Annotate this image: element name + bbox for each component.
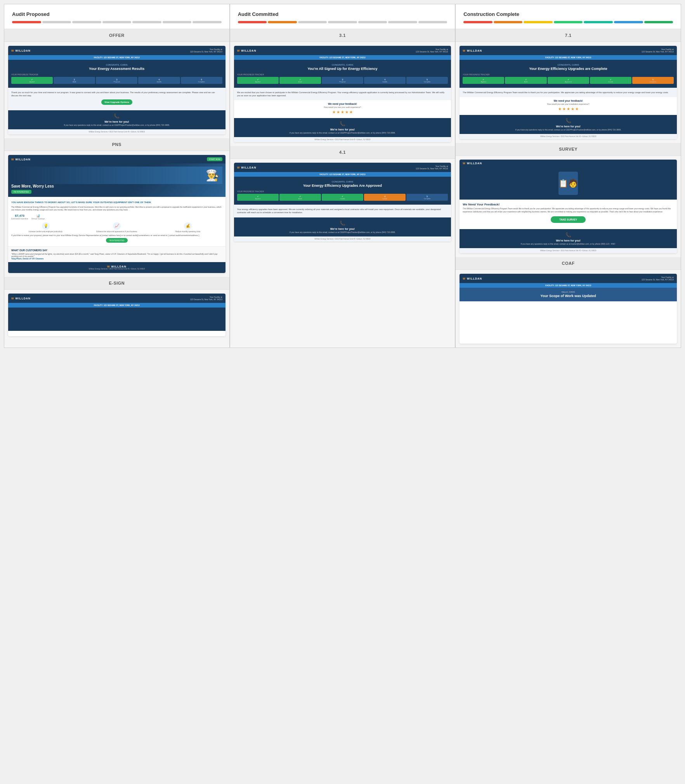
facility-badge-coaf: FACILITY: 123 SESAME ST, NEW YORK, NY 34… <box>460 283 677 288</box>
email-card-pns: W WILLDAN START NOW 👨‍🍳 Save More, Worry… <box>8 155 225 273</box>
email-card-31-inner: W WILLDAN Your Facility at123 Sesame St,… <box>234 46 451 142</box>
star-31-4[interactable]: ★ <box>345 110 349 114</box>
prog-step-41-3-label: Installs <box>322 198 363 200</box>
progress-bar-audit-proposed <box>12 21 222 23</box>
pns-saving-amount-1: $7,473 <box>11 214 28 217</box>
progress-bar-construction <box>463 21 673 23</box>
prog-step-41-5: 5 Complete <box>406 194 448 201</box>
survey-cta-btn[interactable]: TAKE SURVEY <box>551 216 586 223</box>
email-card-31: W WILLDAN Your Facility at123 Sesame St,… <box>234 46 451 142</box>
prog-step-2: 2 Audit <box>54 77 95 84</box>
pns-testimonial-author: Tang Pham, Owner of V.P. Cleaners <box>11 257 222 260</box>
willdan-logo-41: W WILLDAN <box>237 166 257 169</box>
construction-seg-4 <box>554 21 583 23</box>
prog-step-41-2-label: Audit <box>280 198 321 200</box>
survey-title: We Need Your Feedback! <box>463 203 674 206</box>
survey-figure: 📋🧑 <box>558 172 578 195</box>
pns-testimonial-title: WHAT OUR CUSTOMERS SAY <box>11 249 222 252</box>
email-top-bar-survey: W WILLDAN <box>460 160 677 167</box>
progress-seg-7 <box>192 21 222 23</box>
willdan-logo-pns: W WILLDAN <box>11 158 31 161</box>
committed-seg-4 <box>328 21 357 23</box>
email-card-survey: W WILLDAN 📋🧑 We Need Your Feedback! The … <box>460 160 677 253</box>
pns-review-btn[interactable]: I'M INTERESTED <box>106 238 128 243</box>
feedback-section-71: We need your feedback! How would you rat… <box>460 97 677 115</box>
coaf-hero-label: HELLO, CHRIS <box>463 291 674 293</box>
progress-seg-2 <box>42 21 71 23</box>
stage-label-coaf: COAF <box>456 257 681 270</box>
email-dark-section-41: 📞 We're here for you! If you have any qu… <box>234 217 451 236</box>
email-body-text-41: Your energy efficiency upgrades have bee… <box>237 208 448 214</box>
congrats-offer: CONGRATS, CHRIS <box>11 64 222 66</box>
email-footer-71: Willdan Energy Services • 3910 Park Aven… <box>460 134 677 139</box>
pns-start-btn[interactable]: START NOW <box>207 157 222 161</box>
prog-step-31-2: ✓ Audit <box>279 77 321 84</box>
email-card-survey-inner: W WILLDAN 📋🧑 We Need Your Feedback! The … <box>460 160 677 253</box>
email-top-bar-esign: W WILLDAN Your Facility at123 Sesame St,… <box>8 294 225 303</box>
prog-step-41-5-label: Complete <box>407 198 447 200</box>
footer-text-survey: Willdan Energy Services • 3910 Park Aven… <box>463 250 674 252</box>
stage-label-pns: PNS <box>4 138 229 151</box>
star-row-31: ★ ★ ★ ★ ★ <box>237 110 448 114</box>
hero-title-71: Your Energy Efficiency Upgrades are Comp… <box>463 67 674 71</box>
feedback-title-31: We need your feedback! <box>237 103 448 105</box>
col-header-audit-committed: Audit Committed <box>230 4 455 29</box>
star-71-4[interactable]: ★ <box>571 107 574 111</box>
construction-seg-7 <box>644 21 673 23</box>
prog-step-41-1: ✓ Applied <box>237 194 279 201</box>
facility-text-offer: Your Facility at123 Sesame St, New York,… <box>190 48 222 53</box>
email-cta-btn-offer[interactable]: View Upgrade Options <box>101 99 132 105</box>
prog-step-2-icon: 2 <box>74 78 75 81</box>
facility-text-71: Your Facility at123 Sesame St, New York,… <box>642 48 674 53</box>
prog-step-31-1-label: Applied <box>238 81 278 83</box>
prog-step-1: ✓ Applied <box>11 77 53 84</box>
pns-dark-footer: W WILLDAN Willdan Energy Services • 3910… <box>8 262 225 273</box>
support-text-71: If you have any questions reply to this … <box>463 129 674 131</box>
support-text-31: If you have any questions reply to this … <box>237 132 448 134</box>
facility-badge-71: FACILITY: 123 SESAME ST, NEW YORK, NY 34… <box>460 55 677 60</box>
star-71-2[interactable]: ★ <box>562 107 566 111</box>
pns-saving-1: $7,473 Estimated Incentive <box>11 214 28 220</box>
email-progress-row-31: ✓ Applied ✓ Audit 3 Proposal 4 <box>237 77 448 84</box>
stage-label-offer: OFFER <box>4 29 229 42</box>
prog-step-31-4: 4 Installs <box>364 77 406 84</box>
email-body-text-offer: Thank you so much for your time and inte… <box>11 91 222 97</box>
construction-seg-6 <box>614 21 643 23</box>
pns-saving-2: 📊 Annual Savings <box>31 214 45 220</box>
pns-body-text: The Willdan Commercial Energy Efficiency… <box>11 206 222 212</box>
prog-step-71-2: ✓ Audit <box>505 77 546 84</box>
facility-badge-41: FACILITY: 123 SESAME ST, NEW YORK, NY 34… <box>234 172 451 177</box>
email-dark-section-offer: 📞 We're here for you! If you have any qu… <box>8 110 225 129</box>
progress-seg-5 <box>132 21 161 23</box>
prog-step-4-icon: 4 <box>158 78 160 81</box>
email-dark-section-survey: 📞 We're here for you! If you have any qu… <box>460 229 677 248</box>
page-container: Audit Proposed OFFER W WILLDAN Your Faci… <box>4 4 681 348</box>
footer-text-41: Willdan Energy Services • 3910 Park Aven… <box>237 238 448 240</box>
progress-seg-4 <box>102 21 132 23</box>
star-71-5[interactable]: ★ <box>575 107 579 111</box>
pns-sub-cta-btn[interactable]: I'M INTERESTED <box>11 190 31 194</box>
support-icon-survey: 📞 <box>463 232 674 238</box>
pns-testimonial-text: "When LADWP came and changed all the lig… <box>11 253 222 257</box>
star-31-5[interactable]: ★ <box>349 110 353 114</box>
star-31-3[interactable]: ★ <box>341 110 344 114</box>
star-71-1[interactable]: ★ <box>558 107 562 111</box>
star-31-1[interactable]: ★ <box>332 110 336 114</box>
prog-step-5: 5 Complete <box>181 77 222 84</box>
support-text-offer: If you have any questions reply to this … <box>11 124 222 126</box>
feedback-subtitle-71: How would you rate your installation exp… <box>463 103 674 105</box>
email-hero-71: CONGRATS, CHRIS Your Energy Efficiency U… <box>460 60 677 88</box>
coaf-hero-title: Your Scope of Work was Updated <box>463 294 674 298</box>
support-title-offer: We're here for you! <box>11 120 222 123</box>
willdan-logo-pns-footer: W WILLDAN <box>11 265 222 268</box>
congrats-31: CONGRATS, CHRIS <box>237 64 448 66</box>
star-31-2[interactable]: ★ <box>336 110 340 114</box>
prog-step-71-2-icon: ✓ <box>525 78 527 81</box>
email-top-bar-71: W WILLDAN Your Facility at123 Sesame St,… <box>460 46 677 55</box>
support-icon-31: 📞 <box>237 121 448 127</box>
prog-step-71-4: ✓ Installs <box>590 77 631 84</box>
star-71-3[interactable]: ★ <box>567 107 570 111</box>
prog-step-3: 3 Proposal <box>96 77 137 84</box>
hero-title-41: Your Energy Efficiency Upgrades Are Appr… <box>237 184 448 188</box>
email-card-41: W WILLDAN Your Facility at123 Sesame St,… <box>234 163 451 241</box>
